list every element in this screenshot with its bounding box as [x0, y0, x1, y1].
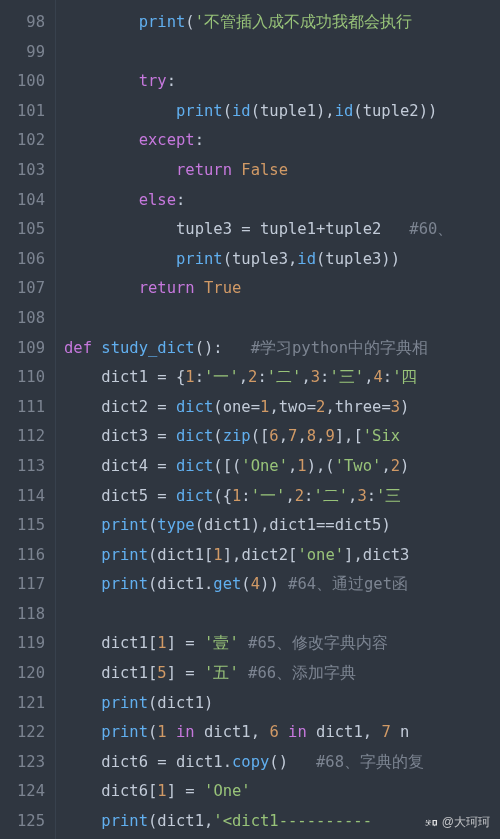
line-number: 115 — [0, 511, 45, 541]
code-line: dict1[1] = '壹' #65、修改字典内容 — [64, 629, 500, 659]
code-line: try: — [64, 67, 500, 97]
code-editor: 9899100101102103104105106107108109110111… — [0, 0, 500, 839]
line-number: 122 — [0, 718, 45, 748]
line-number: 99 — [0, 38, 45, 68]
code-line: print(dict1[1],dict2['one'],dict3 — [64, 541, 500, 571]
code-line: print(dict1) — [64, 689, 500, 719]
line-number: 111 — [0, 393, 45, 423]
line-number: 110 — [0, 363, 45, 393]
code-line — [64, 600, 500, 630]
line-number: 98 — [0, 8, 45, 38]
code-line: return True — [64, 274, 500, 304]
code-line: dict6[1] = 'One' — [64, 777, 500, 807]
line-number: 119 — [0, 629, 45, 659]
code-line: dict4 = dict([('One',1),('Two',2) — [64, 452, 500, 482]
line-number: 102 — [0, 126, 45, 156]
line-number: 104 — [0, 186, 45, 216]
line-number: 107 — [0, 274, 45, 304]
code-line: def study_dict(): #学习python中的字典相 — [64, 334, 500, 364]
line-number: 120 — [0, 659, 45, 689]
code-area: print('不管插入成不成功我都会执行 try: print(id(tuple… — [56, 0, 500, 839]
code-line: print(dict1.get(4)) #64、通过get函 — [64, 570, 500, 600]
code-line: dict6 = dict1.copy() #68、字典的复 — [64, 748, 500, 778]
line-number: 114 — [0, 482, 45, 512]
code-line: print(id(tuple1),id(tuple2)) — [64, 97, 500, 127]
line-number: 101 — [0, 97, 45, 127]
line-number: 123 — [0, 748, 45, 778]
line-number-gutter: 9899100101102103104105106107108109110111… — [0, 0, 56, 839]
code-line: print(1 in dict1, 6 in dict1, 7 n — [64, 718, 500, 748]
line-number: 117 — [0, 570, 45, 600]
code-line: print(tuple3,id(tuple3)) — [64, 245, 500, 275]
line-number: 118 — [0, 600, 45, 630]
line-number: 125 — [0, 807, 45, 837]
code-line: else: — [64, 186, 500, 216]
line-number: 116 — [0, 541, 45, 571]
line-number: 108 — [0, 304, 45, 334]
line-number: 121 — [0, 689, 45, 719]
code-line: dict3 = dict(zip([6,7,8,9],['Six — [64, 422, 500, 452]
code-line: dict2 = dict(one=1,two=2,three=3) — [64, 393, 500, 423]
code-line — [64, 304, 500, 334]
code-line: print(type(dict1),dict1==dict5) — [64, 511, 500, 541]
line-number: 124 — [0, 777, 45, 807]
code-line: dict1[5] = '五' #66、添加字典 — [64, 659, 500, 689]
code-line: tuple3 = tuple1+tuple2 #60、 — [64, 215, 500, 245]
code-line: print(dict1,'<dict1---------- — [64, 807, 500, 837]
line-number: 105 — [0, 215, 45, 245]
code-line: dict5 = dict({1:'一',2:'二',3:'三 — [64, 482, 500, 512]
code-line — [64, 38, 500, 68]
line-number: 113 — [0, 452, 45, 482]
line-number: 109 — [0, 334, 45, 364]
code-line: print('不管插入成不成功我都会执行 — [64, 8, 500, 38]
code-line: dict1 = {1:'一',2:'二',3:'三',4:'四 — [64, 363, 500, 393]
line-number: 106 — [0, 245, 45, 275]
line-number: 100 — [0, 67, 45, 97]
line-number: 103 — [0, 156, 45, 186]
line-number: 112 — [0, 422, 45, 452]
code-line: except: — [64, 126, 500, 156]
code-line: return False — [64, 156, 500, 186]
